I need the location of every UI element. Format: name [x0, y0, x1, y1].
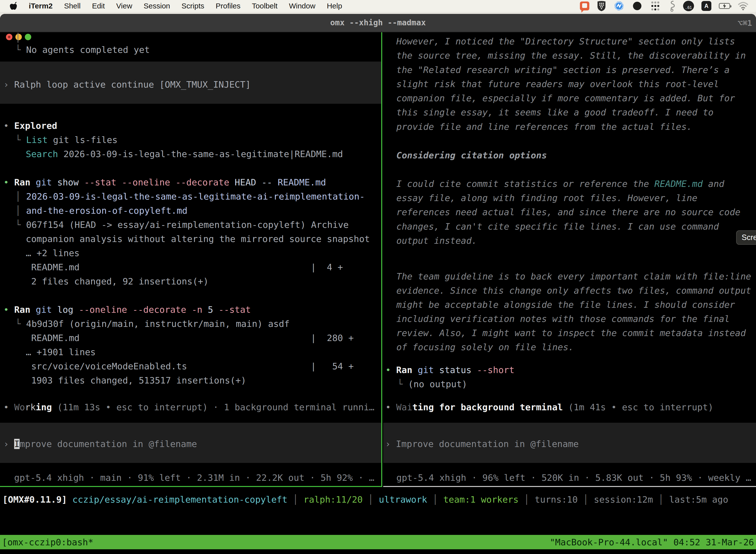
terminal-line: companion file, especially if more comme… — [396, 91, 735, 105]
terminal-line: output instead. — [396, 233, 477, 248]
terminal-text-segment: -- — [261, 177, 277, 187]
terminal-text-segment: Wai — [396, 402, 412, 412]
terminal-text-segment: ultrawork — [379, 494, 427, 505]
terminal-text-segment: git — [36, 304, 57, 315]
terminal-text-segment: --stat — [218, 304, 251, 315]
terminal-text-segment: • — [385, 402, 396, 412]
terminal-text-segment: └ — [15, 135, 26, 145]
terminal-line: The team guideline is to back every impo… — [396, 269, 751, 283]
terminal-text-segment: Explored — [14, 121, 57, 131]
terminal-text-segment: HEAD — [235, 177, 261, 187]
terminal-line: this single essay, it seems like a good … — [396, 105, 713, 119]
terminal-text-segment: --stat — [84, 177, 122, 187]
terminal-text-segment: the "Related research writing" section i… — [396, 65, 730, 75]
terminal-text-segment: • — [3, 177, 14, 187]
terminal-text-segment: changes, I can't cite specific file line… — [396, 221, 719, 232]
terminal-line: evidence. Since this change only affects… — [396, 283, 751, 297]
terminal-text-segment: companion file, especially if more comme… — [396, 93, 735, 103]
terminal-text-segment: essay file, along with finding root file… — [396, 193, 697, 203]
terminal-line: changes, I can't cite specific file line… — [396, 219, 719, 233]
terminal-line: references need actual files, and since … — [396, 205, 740, 219]
terminal-text-segment: the source tree, missing the essay. Stil… — [396, 50, 746, 61]
terminal-line: However, I noticed the "Directory Struct… — [396, 34, 735, 48]
terminal-line: └ (no output) — [397, 377, 467, 391]
terminal-line: └ 4b9d30f (origin/main, instructkr/main,… — [15, 317, 290, 331]
terminal-text-segment: └ — [15, 220, 26, 230]
terminal-text-segment: │ — [427, 494, 443, 505]
terminal-text-segment: • — [385, 365, 396, 375]
terminal-text-segment: [OMX#0.11.9] — [2, 494, 72, 505]
terminal-text-segment: The team guideline is to back every impo… — [396, 271, 751, 281]
terminal-text-segment: 5 — [208, 304, 218, 315]
terminal-text-segment: turns:10 — [535, 494, 578, 505]
terminal-text-segment: Search — [26, 149, 63, 159]
terminal-text-segment: 2026-03-09-is-legal-the-same-as-legitima… — [63, 149, 343, 159]
terminal-text-segment: gpt-5.4 xhigh · 96% left · 520K in · 5.8… — [396, 473, 751, 483]
screen-overlay-button[interactable]: Scre — [736, 230, 756, 245]
terminal-text-segment: status — [439, 365, 477, 375]
terminal-text-segment: I could cite commit statistics or refere… — [396, 179, 654, 189]
terminal-text-segment: Improve documentation in @filename — [396, 439, 579, 449]
terminal-text-segment: mprove documentation in @filename — [19, 439, 197, 449]
terminal-text-segment: (no output) — [408, 379, 467, 389]
terminal-text-segment: (11m 13s • esc to interrupt) · 1 backgro… — [52, 402, 374, 412]
terminal-text-segment: ing — [36, 402, 52, 412]
terminal-line: • Waiting for background terminal (1m 41… — [385, 400, 713, 414]
terminal-line: Search 2026-03-09-is-legal-the-same-as-l… — [26, 147, 343, 161]
terminal-line: provide file and line references from th… — [396, 120, 692, 134]
terminal-line: gpt-5.4 xhigh · 96% left · 520K in · 5.8… — [396, 470, 751, 485]
terminal-text-segment: • — [3, 304, 14, 315]
terminal-line: • Ran git status --short — [385, 363, 514, 377]
terminal-text-segment: of focusing solely on file lines. — [396, 342, 574, 352]
terminal-text-segment: List — [26, 135, 53, 145]
terminal-text-segment: src/voice/voiceModeEnabled.ts | 54 + — [26, 361, 354, 371]
terminal-text-segment: -n — [192, 304, 208, 315]
terminal-text-segment: --decorate — [176, 177, 235, 187]
terminal-text-segment: and — [703, 179, 724, 189]
terminal-text-segment: team:1 workers — [443, 494, 518, 505]
terminal-text-segment: --decorate — [132, 304, 191, 315]
terminal-line: src/voice/voiceModeEnabled.ts | 54 + — [26, 359, 354, 373]
terminal-line: • Ran git log --oneline --decorate -n 5 … — [3, 302, 251, 317]
terminal-text-segment: including verification notes with those … — [396, 314, 730, 324]
tmux-status-bar: [omx-cczip0:bash* "MacBook-Pro-44.local"… — [0, 535, 756, 549]
terminal-text-segment: provide file and line references from th… — [396, 122, 692, 132]
terminal-line: └ List git ls-files — [15, 133, 118, 147]
terminal-text-segment: └ — [15, 319, 26, 329]
terminal-line: • Ran git show --stat --oneline --decora… — [3, 175, 326, 189]
terminal-line: gpt-5.4 xhigh · main · 91% left · 2.31M … — [14, 470, 374, 485]
terminal-text-segment: Ralph loop active continue [OMX_TMUX_INJ… — [14, 79, 251, 90]
terminal-text-segment: README.md | 4 + — [26, 262, 343, 272]
terminal-text-segment: ting for background terminal — [412, 402, 563, 412]
text-cursor: I — [14, 439, 19, 449]
terminal-text-segment: Considering citation options — [396, 150, 547, 160]
terminal-text-segment: git ls-files — [53, 135, 118, 145]
terminal-line: Considering citation options — [396, 148, 547, 162]
terminal-text-segment: review. Also, I might want to inspect th… — [396, 328, 746, 338]
terminal-line: › Ralph loop active continue [OMX_TMUX_I… — [3, 77, 251, 92]
tmux-session-label[interactable]: [omx-cczip0:bash* — [0, 537, 93, 547]
terminal-text-segment: --oneline — [122, 177, 176, 187]
terminal-text-segment: might be acceptable alongside the file l… — [396, 299, 735, 310]
terminal-text-segment: │ — [519, 494, 535, 505]
terminal-line: │ and-the-erosion-of-copyleft.md — [15, 204, 188, 218]
terminal-text-segment: output instead. — [396, 235, 477, 246]
terminal-line: essay file, along with finding root file… — [396, 191, 697, 205]
terminal-text-segment: and-the-erosion-of-copyleft.md — [26, 206, 187, 216]
terminal-text-segment: evidence. Since this change only affects… — [396, 285, 751, 296]
terminal-line: │ 2026-03-09-is-legal-the-same-as-legiti… — [15, 189, 365, 204]
terminal-line: the "Related research writing" section i… — [396, 63, 730, 77]
terminal-line: … +1901 lines — [26, 345, 96, 359]
tmux-host-clock-label: "MacBook-Pro-44.local" 04:52 31-Mar-26 — [550, 537, 756, 547]
terminal-text-segment: • — [3, 402, 14, 412]
terminal-line: └ No agents completed yet — [15, 43, 150, 57]
terminal-text-segment: --short — [477, 365, 514, 375]
terminal-text-segment: 2026-03-09-is-legal-the-same-as-legitima… — [26, 191, 365, 202]
terminal-text-segment: … +2 lines — [26, 248, 80, 258]
terminal-line: slight risk that future readers may over… — [396, 77, 719, 91]
terminal-text-segment: No agents completed yet — [26, 45, 150, 55]
terminal-line: README.md | 280 + — [26, 331, 354, 345]
terminal-text-segment: show — [57, 177, 84, 187]
terminal-text-segment: this single essay, it seems like a good … — [396, 107, 713, 117]
terminal-line: • Explored — [3, 119, 57, 133]
